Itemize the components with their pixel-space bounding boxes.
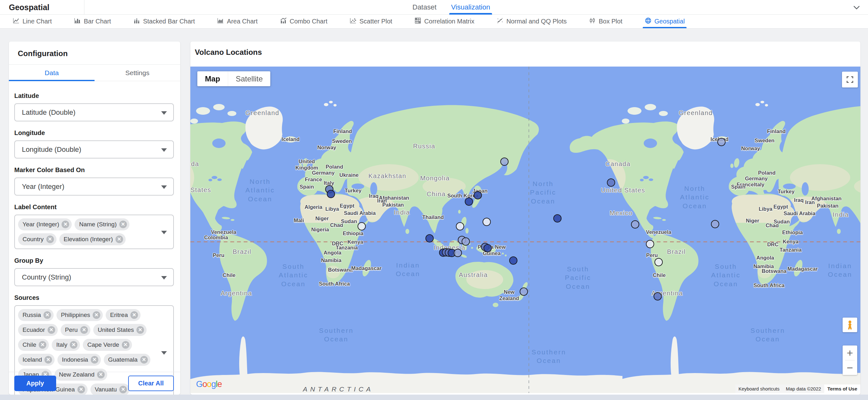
- volcano-marker[interactable]: [711, 220, 719, 228]
- chart-tab-stacked-bar-chart[interactable]: Stacked Bar Chart: [131, 14, 197, 28]
- caret-down-icon: [161, 276, 167, 279]
- source-chip: Iceland✕: [18, 354, 55, 366]
- marker-color-label: Marker Color Based On: [14, 166, 174, 174]
- terms-of-use-link[interactable]: Terms of Use: [824, 385, 860, 393]
- volcano-marker[interactable]: [358, 222, 366, 230]
- source-chip: Peru✕: [61, 324, 90, 336]
- source-chip: Philippines✕: [57, 309, 103, 321]
- volcano-marker[interactable]: [484, 244, 492, 252]
- apply-button[interactable]: Apply: [14, 376, 56, 391]
- volcano-marker[interactable]: [327, 190, 335, 198]
- google-logo[interactable]: Google: [196, 379, 222, 389]
- volcano-marker[interactable]: [717, 138, 725, 146]
- chart-tab-correlation-matrix[interactable]: Correlation Matrix: [412, 14, 476, 28]
- remove-chip-icon[interactable]: ✕: [43, 311, 51, 319]
- bar-chart-icon: [74, 17, 81, 26]
- tab-data[interactable]: Data: [9, 65, 95, 81]
- remove-chip-icon[interactable]: ✕: [70, 341, 78, 348]
- satellite-button[interactable]: Satellite: [228, 71, 270, 86]
- remove-chip-icon[interactable]: ✕: [136, 326, 144, 334]
- latitude-select[interactable]: Latitude (Double): [14, 103, 174, 122]
- keyboard-shortcuts-link[interactable]: Keyboard shortcuts: [735, 385, 783, 393]
- chart-tab-label: Correlation Matrix: [424, 18, 474, 25]
- zoom-out-button[interactable]: −: [843, 360, 857, 375]
- label-content-multiselect[interactable]: Year (Integer)✕Name (String)✕Country✕Ele…: [14, 214, 174, 249]
- remove-chip-icon[interactable]: ✕: [93, 311, 100, 319]
- remove-chip-icon[interactable]: ✕: [140, 356, 148, 364]
- longitude-label: Longitude: [14, 129, 174, 137]
- volcano-marker[interactable]: [631, 220, 639, 229]
- volcano-marker[interactable]: [483, 218, 491, 226]
- volcano-marker[interactable]: [456, 222, 464, 230]
- remove-chip-icon[interactable]: ✕: [130, 311, 138, 319]
- volcano-marker[interactable]: [500, 158, 508, 166]
- configuration-footer: Apply Clear All: [9, 372, 180, 395]
- remove-chip-icon[interactable]: ✕: [62, 221, 69, 228]
- volcano-marker[interactable]: [520, 288, 528, 296]
- source-chip: Russia✕: [18, 309, 54, 321]
- chart-tab-scatter-plot[interactable]: Scatter Plot: [348, 14, 394, 28]
- source-chip: Ecuador✕: [18, 324, 58, 336]
- group-by-select[interactable]: Country (String): [14, 268, 174, 286]
- volcano-marker[interactable]: [474, 191, 482, 199]
- top-tab-visualization[interactable]: Visualization: [451, 0, 490, 14]
- volcano-marker[interactable]: [454, 249, 462, 257]
- area-chart-icon: [217, 17, 224, 26]
- source-chip-label: Eritrea: [110, 311, 128, 319]
- chart-tab-normal-qq-plots[interactable]: Normal and QQ Plots: [495, 14, 568, 28]
- clear-all-button[interactable]: Clear All: [128, 376, 174, 391]
- chart-tab-combo-chart[interactable]: Combo Chart: [278, 14, 329, 28]
- label-content-chip-label: Name (String): [79, 221, 117, 228]
- volcano-marker[interactable]: [465, 197, 473, 206]
- label-content-label: Label Content: [14, 203, 174, 211]
- volcano-marker[interactable]: [462, 237, 470, 246]
- remove-chip-icon[interactable]: ✕: [80, 326, 88, 334]
- label-content-chip: Name (String)✕: [74, 219, 129, 230]
- source-chip: Indonesia✕: [57, 354, 100, 366]
- remove-chip-icon[interactable]: ✕: [119, 221, 127, 228]
- chevron-down-icon[interactable]: [851, 3, 862, 13]
- source-chip-label: Iceland: [23, 356, 42, 363]
- caret-down-icon: [161, 148, 167, 152]
- map-button[interactable]: Map: [197, 71, 228, 86]
- pegman-street-view-icon[interactable]: [843, 318, 857, 332]
- chart-tab-geospatial[interactable]: Geospatial: [643, 14, 687, 28]
- remove-chip-icon[interactable]: ✕: [48, 326, 55, 334]
- label-content-chip: Elevation (Integer)✕: [59, 233, 126, 245]
- source-chip: Cape Verde✕: [83, 339, 132, 351]
- source-chip: United States✕: [93, 324, 147, 336]
- volcano-marker[interactable]: [646, 240, 654, 248]
- fullscreen-button[interactable]: [842, 72, 858, 88]
- volcano-marker[interactable]: [607, 178, 615, 187]
- volcano-marker[interactable]: [426, 234, 434, 242]
- remove-chip-icon[interactable]: ✕: [39, 341, 46, 348]
- volcano-marker[interactable]: [509, 257, 518, 265]
- view-tabs: DatasetVisualization: [412, 0, 490, 14]
- zoom-in-button[interactable]: +: [843, 345, 857, 360]
- chart-tab-line-chart[interactable]: Line Chart: [11, 14, 54, 28]
- source-chip-label: Peru: [65, 327, 78, 333]
- caret-down-icon: [161, 186, 167, 189]
- top-tab-dataset[interactable]: Dataset: [412, 0, 437, 14]
- remove-chip-icon[interactable]: ✕: [122, 341, 129, 348]
- tab-settings[interactable]: Settings: [95, 65, 180, 81]
- longitude-select[interactable]: Longitude (Double): [14, 140, 174, 159]
- chart-tab-bar-chart[interactable]: Bar Chart: [72, 14, 113, 28]
- line-chart-icon: [13, 17, 20, 26]
- remove-chip-icon[interactable]: ✕: [46, 235, 54, 243]
- chart-tab-area-chart[interactable]: Area Chart: [215, 14, 259, 28]
- volcano-marker[interactable]: [654, 258, 663, 266]
- chart-tab-box-plot[interactable]: Box Plot: [587, 14, 624, 28]
- volcano-marker[interactable]: [553, 214, 561, 223]
- latitude-value: Latitude (Double): [22, 108, 75, 116]
- marker-color-select[interactable]: Year (Integer): [14, 177, 174, 196]
- caret-down-icon: [161, 111, 167, 115]
- volcano-marker[interactable]: [654, 292, 662, 300]
- remove-chip-icon[interactable]: ✕: [91, 356, 98, 364]
- app-title-cell: Geospatial: [0, 0, 84, 14]
- remove-chip-icon[interactable]: ✕: [44, 356, 52, 364]
- google-map[interactable]: North Atlantic OceanSouth Atlantic Ocean…: [190, 67, 860, 393]
- source-chip-label: Guatemala: [108, 356, 138, 363]
- chart-tab-label: Line Chart: [23, 18, 52, 25]
- remove-chip-icon[interactable]: ✕: [116, 235, 123, 243]
